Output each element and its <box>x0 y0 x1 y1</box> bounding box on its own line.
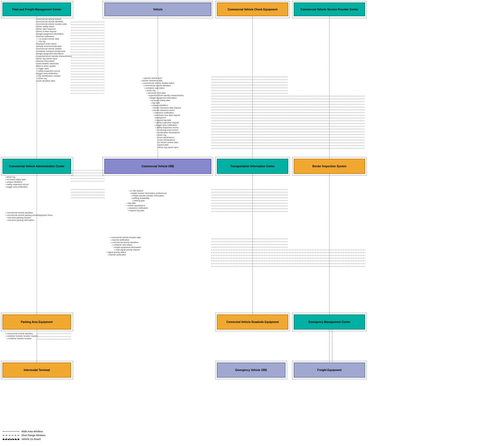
legend-vehicle-on-board: Vehicle On Board <box>21 438 41 441</box>
fleet-node: Fleet and Freight Management Center <box>2 2 71 16</box>
cv-obe-parking-labels: • commercial vehicle identities • commer… <box>5 211 53 221</box>
intermodal-node: Intermodal Terminal <box>2 363 71 378</box>
cv-service-node: Commercial Vehicle Service Provider Cent… <box>294 2 365 16</box>
cv-check-node: Commercial Vehicle Check Equipment <box>217 2 288 16</box>
emergency-mgmt-node: Emergency Management Center <box>294 314 365 330</box>
transport-info-node: Transportation Information Center <box>217 159 288 174</box>
legend-short-range: Short Range Wireless <box>21 434 46 437</box>
flow-labels-fleet-vehicle: • commercial vehicle breach • commercial… <box>36 18 72 82</box>
cv-obe-node: Commercial Vehicle OBE <box>104 159 211 174</box>
parking-node: Parking Area Equipment <box>2 314 71 330</box>
freight-equip-node: Freight Equipment <box>294 363 365 378</box>
cv-admin-node: Commercial Vehicle Administration Center <box>2 159 71 174</box>
legend: Wide Area Wireless Short Range Wireless … <box>3 430 46 441</box>
cv-obe-roadside-labels: • commercial vehicle location data • haz… <box>104 236 141 256</box>
legend-wide-area: Wide Area Wireless <box>21 430 43 433</box>
connections-svg <box>0 0 504 446</box>
cv-obe-transport-labels: • cv trip request • freight traveler inf… <box>124 189 167 212</box>
flow-labels-vehicle-cv: • special vehicle alert • border clearan… <box>137 77 184 149</box>
vehicle-node: Vehicle <box>104 2 211 16</box>
parking-flow-labels: • commercial vehicle identities • contai… <box>5 332 38 340</box>
border-node: Border Inspection System <box>294 159 365 174</box>
emergency-obe-node: Emergency Vehicle OBE <box>217 363 285 378</box>
cv-roadside-node: Connected Vehicle Roadside Equipment <box>217 314 288 330</box>
cv-admin-flow-labels: • driver log • on-board safety data • un… <box>5 176 29 188</box>
